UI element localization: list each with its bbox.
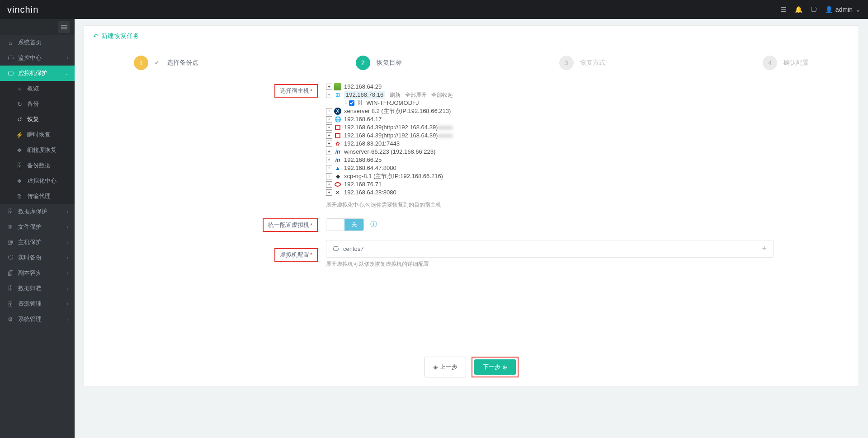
virtcenter-icon: ❖ bbox=[15, 178, 24, 184]
expand-icon[interactable] bbox=[326, 157, 332, 163]
form-area: 选择宿主机* 192.168.64.29⊞192.168.78.16刷新全部展开… bbox=[84, 79, 859, 280]
info-icon[interactable]: ⓘ bbox=[370, 220, 377, 229]
logo-prefix: vin bbox=[7, 5, 20, 14]
nav-label: 恢复 bbox=[27, 116, 39, 123]
prev-button[interactable]: ⊕ 上一步 bbox=[425, 357, 466, 377]
nav-sub-data[interactable]: 🗄备份数据 bbox=[0, 158, 75, 173]
step-4[interactable]: 4 确认配置 bbox=[763, 56, 809, 70]
expand-icon[interactable] bbox=[326, 181, 332, 188]
monitor-icon[interactable]: 🖵 bbox=[811, 6, 817, 13]
nav-sub-agent[interactable]: 🗎传输代理 bbox=[0, 188, 75, 204]
chevron-down-icon: ⌄ bbox=[65, 71, 68, 76]
nav-file-protect[interactable]: 🗎文件保护‹ bbox=[0, 219, 75, 235]
list-icon: ≡ bbox=[15, 85, 24, 92]
nav-replica[interactable]: 🗐副本容灾‹ bbox=[0, 265, 75, 281]
tree-child-node[interactable]: └🗄WIN-TFRJO9IODFJ bbox=[343, 99, 696, 107]
user-menu[interactable]: 👤 admin ⌄ bbox=[825, 6, 861, 13]
tree-node[interactable]: in192.168.66.25 bbox=[326, 156, 696, 164]
nav-sub-restore[interactable]: ↺恢复 bbox=[0, 112, 75, 127]
nav-host-protect[interactable]: 🖳主机保护‹ bbox=[0, 235, 75, 250]
nav-archive[interactable]: 🗄数据归档‹ bbox=[0, 281, 75, 296]
expand-icon[interactable] bbox=[326, 165, 332, 171]
tree-label: 192.168.64.28:8080 bbox=[344, 188, 396, 197]
nav-label: 备份 bbox=[27, 100, 39, 108]
expand-icon[interactable] bbox=[326, 92, 332, 98]
panel-header: ↶ 新建恢复任务 bbox=[84, 26, 859, 47]
nav-system[interactable]: ⚙系统管理‹ bbox=[0, 311, 75, 327]
chevron-down-icon: ⌄ bbox=[855, 6, 861, 13]
step-3[interactable]: 3 恢复方式 bbox=[559, 56, 605, 70]
shield-icon: 🛡 bbox=[6, 254, 14, 261]
nav-label: 监控中心 bbox=[18, 54, 42, 62]
monitor-icon: 🖵 bbox=[6, 55, 14, 61]
plus-icon[interactable]: + bbox=[762, 244, 767, 254]
expand-icon[interactable] bbox=[326, 173, 332, 179]
granular-icon: ❖ bbox=[15, 147, 24, 154]
list-icon[interactable]: ☰ bbox=[781, 6, 787, 13]
button-label: 下一步 bbox=[483, 363, 500, 371]
collapse-all-link[interactable]: 全部收起 bbox=[431, 91, 453, 99]
sidebar-toggle-button[interactable] bbox=[58, 21, 70, 33]
bell-icon[interactable]: 🔔 bbox=[795, 6, 802, 13]
nav-sub-virtcenter[interactable]: ❖虚拟化中心 bbox=[0, 173, 75, 188]
nav-monitor[interactable]: 🖵 监控中心 ‹ bbox=[0, 50, 75, 66]
resource-icon: 🗄 bbox=[6, 301, 14, 307]
tree-label: xenserver 8.2 (主节点IP:192.168.66.213) bbox=[344, 107, 451, 115]
tree-node[interactable]: 192.168.64.39(http://192.168.64.39)xxxxx bbox=[326, 123, 696, 132]
vm-config-row[interactable]: 🖵 centos7 + bbox=[326, 240, 774, 258]
huawei-icon: ✿ bbox=[334, 140, 341, 147]
gear-icon: ⚙ bbox=[6, 316, 14, 323]
refresh-link[interactable]: 刷新 bbox=[390, 91, 401, 99]
nav-sub-overview[interactable]: ≡概览 bbox=[0, 81, 75, 96]
step-2[interactable]: 2 恢复目标 bbox=[356, 56, 402, 70]
next-button[interactable]: 下一步 ⊕ bbox=[474, 359, 516, 375]
tree-node[interactable]: 🌐192.168.64.17 bbox=[326, 115, 696, 123]
tree-node[interactable]: 192.168.64.39(http://192.168.64.39)xxxxx bbox=[326, 132, 696, 140]
nav-home[interactable]: ⌂ 系统首页 bbox=[0, 35, 75, 50]
nav-sub-backup[interactable]: ↻备份 bbox=[0, 96, 75, 112]
host-checkbox[interactable] bbox=[349, 100, 354, 106]
nav-label: 资源管理 bbox=[18, 300, 42, 308]
tree-node[interactable]: ⊞192.168.78.16刷新全部展开全部收起 bbox=[326, 91, 696, 99]
step-1[interactable]: 1 ✔ 选择备份点 bbox=[134, 56, 198, 70]
tree-label: winserver-66.223 (192.168.66.223) bbox=[344, 148, 435, 156]
user-name: admin bbox=[835, 6, 853, 13]
tree-node[interactable]: Xxenserver 8.2 (主节点IP:192.168.66.213) bbox=[326, 107, 696, 115]
wizard-panel: ↶ 新建恢复任务 1 ✔ 选择备份点 2 恢复目标 3 恢复方式 4 确认配置 bbox=[84, 25, 859, 387]
next-highlight: 下一步 ⊕ bbox=[472, 357, 519, 377]
expand-icon[interactable] bbox=[326, 132, 332, 139]
expand-icon[interactable] bbox=[326, 84, 332, 90]
unified-switch[interactable]: 关 bbox=[326, 218, 364, 231]
chevron-left-icon: ‹ bbox=[67, 286, 68, 291]
nav-resource[interactable]: 🗄资源管理‹ bbox=[0, 296, 75, 311]
nav-sub-instant[interactable]: ⚡瞬时恢复 bbox=[0, 127, 75, 142]
nav-vm-protect[interactable]: 🖵 虚拟机保护 ⌄ bbox=[0, 66, 75, 81]
nav-label: 备份数据 bbox=[27, 162, 51, 170]
replica-icon: 🗐 bbox=[6, 270, 14, 277]
step-label: 恢复目标 bbox=[377, 59, 402, 67]
helper-text: 展开虚拟机可以修改恢复虚拟机的详细配置 bbox=[326, 260, 859, 268]
nav-sub-granular[interactable]: ❖细粒度恢复 bbox=[0, 142, 75, 158]
expand-icon[interactable] bbox=[326, 124, 332, 131]
nav-label: 系统首页 bbox=[18, 38, 42, 47]
topbar-actions: ☰ 🔔 🖵 👤 admin ⌄ bbox=[781, 6, 861, 13]
tree-node[interactable]: ✿192.168.83.201:7443 bbox=[326, 140, 696, 148]
nav-db-protect[interactable]: 🗄数据库保护‹ bbox=[0, 204, 75, 219]
sidebar-toggle-row bbox=[0, 19, 75, 35]
expand-icon[interactable] bbox=[326, 141, 332, 147]
tree-node[interactable]: 192.168.64.29 bbox=[326, 83, 696, 91]
nav-label: 传输代理 bbox=[27, 193, 51, 200]
nav-label: 数据库保护 bbox=[18, 207, 47, 216]
expand-icon[interactable] bbox=[326, 149, 332, 155]
tree-node[interactable]: ▲192.168.64.47:8080 bbox=[326, 164, 696, 172]
nav-label: 实时备份 bbox=[18, 254, 42, 262]
tree-node[interactable]: inwinserver-66.223 (192.168.66.223) bbox=[326, 148, 696, 156]
expand-icon[interactable] bbox=[326, 189, 332, 196]
tree-node[interactable]: 192.168.76.71 bbox=[326, 180, 696, 188]
expand-icon[interactable] bbox=[326, 116, 332, 122]
nav-realtime[interactable]: 🛡实时备份‹ bbox=[0, 250, 75, 265]
tree-node[interactable]: ◆xcp-ng-8.1 (主节点IP:192.168.66.216) bbox=[326, 172, 696, 180]
tree-node[interactable]: ✕192.168.64.28:8080 bbox=[326, 188, 696, 197]
expand-icon[interactable] bbox=[326, 108, 332, 114]
expand-all-link[interactable]: 全部展开 bbox=[405, 91, 427, 99]
